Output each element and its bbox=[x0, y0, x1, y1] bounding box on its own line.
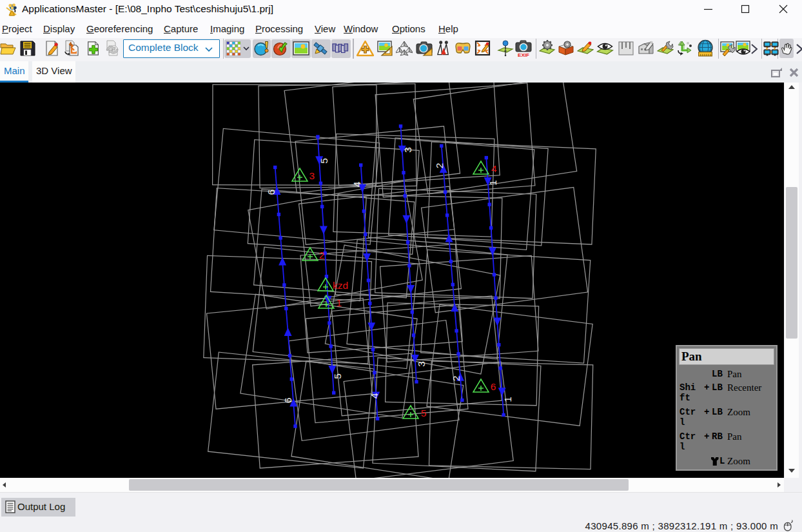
svg-text:3: 3 bbox=[402, 147, 413, 153]
svg-text:1: 1 bbox=[487, 180, 498, 186]
svg-text:6: 6 bbox=[491, 381, 496, 392]
svg-text:2: 2 bbox=[451, 376, 462, 382]
svg-text:4: 4 bbox=[491, 163, 497, 174]
svg-text:kzd: kzd bbox=[333, 280, 348, 291]
svg-text:5: 5 bbox=[318, 158, 329, 164]
svg-text:EXIF: EXIF bbox=[518, 52, 529, 57]
svg-text:2: 2 bbox=[319, 250, 325, 261]
svg-text:5: 5 bbox=[332, 373, 343, 379]
svg-text:4: 4 bbox=[351, 181, 362, 187]
svg-text:5: 5 bbox=[421, 408, 427, 419]
svg-text:1: 1 bbox=[502, 397, 513, 402]
svg-text:6: 6 bbox=[282, 398, 293, 404]
svg-text:3: 3 bbox=[309, 170, 315, 181]
svg-text:3: 3 bbox=[416, 361, 427, 367]
svg-text:2: 2 bbox=[434, 163, 445, 169]
svg-text:1: 1 bbox=[337, 297, 342, 308]
svg-text:4: 4 bbox=[369, 393, 380, 399]
svg-text:6: 6 bbox=[266, 190, 277, 195]
